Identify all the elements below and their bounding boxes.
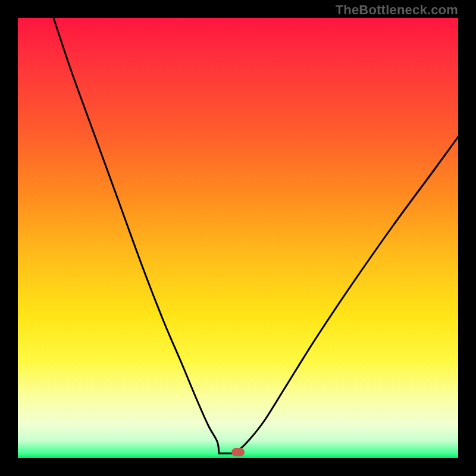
minimum-marker (231, 448, 245, 456)
chart-frame: TheBottleneck.com (0, 0, 476, 476)
plot-area (18, 18, 458, 458)
watermark-text: TheBottleneck.com (336, 2, 458, 18)
curve-svg (18, 18, 458, 458)
bottleneck-curve (54, 18, 458, 453)
